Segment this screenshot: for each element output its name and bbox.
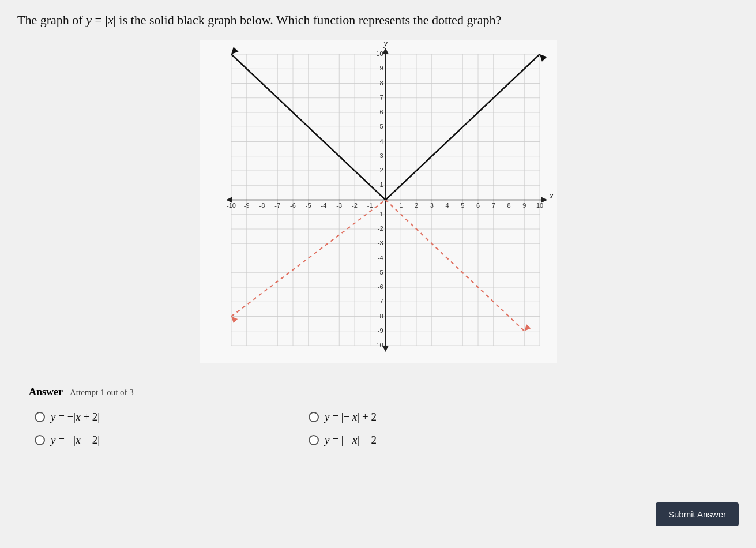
option-row-2[interactable]: y = −|x − 2|	[35, 434, 274, 446]
answer-label: Answer	[29, 386, 63, 397]
radio-opt3[interactable]	[309, 412, 319, 422]
graph-container	[17, 40, 739, 363]
option-label-4: y = |− x| − 2	[325, 434, 377, 446]
radio-opt2[interactable]	[35, 435, 45, 445]
option-row-1[interactable]: y = −|x + 2|	[35, 411, 274, 423]
attempt-text: Attempt 1 out of 3	[70, 388, 134, 397]
option-label-1: y = −|x + 2|	[51, 411, 100, 423]
option-label-2: y = −|x − 2|	[51, 434, 100, 446]
option-label-3: y = |− x| + 2	[325, 411, 377, 423]
radio-opt4[interactable]	[309, 435, 319, 445]
question-text: The graph of y = |x| is the solid black …	[17, 12, 739, 29]
options-grid: y = −|x + 2| y = |− x| + 2 y = −|x − 2| …	[29, 411, 548, 446]
radio-opt1[interactable]	[35, 412, 45, 422]
submit-button[interactable]: Submit Answer	[656, 502, 739, 526]
option-row-3[interactable]: y = |− x| + 2	[309, 411, 548, 423]
answer-section: Answer Attempt 1 out of 3 y = −|x + 2| y…	[17, 380, 739, 446]
page: The graph of y = |x| is the solid black …	[0, 0, 756, 548]
coordinate-graph	[200, 40, 557, 363]
option-row-4[interactable]: y = |− x| − 2	[309, 434, 548, 446]
